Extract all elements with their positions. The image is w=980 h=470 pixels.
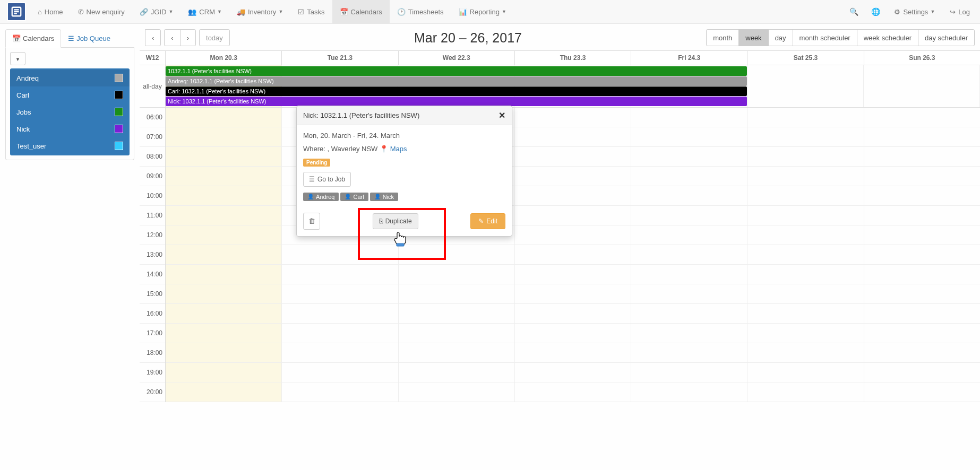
time-slot[interactable]: [631, 324, 747, 343]
time-slot[interactable]: [631, 186, 747, 206]
time-slot[interactable]: [166, 225, 281, 245]
time-slot[interactable]: [631, 245, 747, 265]
time-slot[interactable]: [399, 324, 514, 343]
time-slot[interactable]: [864, 186, 980, 206]
nav-calendars[interactable]: 📅Calendars: [332, 0, 390, 24]
time-slot[interactable]: [747, 382, 863, 402]
time-slot[interactable]: [631, 265, 747, 284]
time-slot[interactable]: [747, 225, 863, 245]
time-slot[interactable]: [747, 284, 863, 304]
time-slot[interactable]: [166, 186, 281, 206]
view-week-button[interactable]: week: [738, 29, 768, 46]
delete-button[interactable]: 🗑: [303, 213, 320, 230]
time-slot[interactable]: [166, 206, 281, 225]
time-slot[interactable]: [166, 382, 281, 402]
time-slot[interactable]: [282, 284, 398, 304]
time-slot[interactable]: [515, 186, 631, 206]
time-slot[interactable]: [747, 108, 863, 127]
time-slot[interactable]: [282, 363, 398, 382]
time-slot[interactable]: [864, 363, 980, 382]
time-slot[interactable]: [631, 147, 747, 167]
time-slot[interactable]: [747, 324, 863, 343]
app-logo[interactable]: [7, 2, 26, 21]
view-month-scheduler-button[interactable]: month scheduler: [793, 29, 857, 46]
nav-crm[interactable]: 👥CRM▼: [180, 0, 229, 24]
time-slot[interactable]: [864, 127, 980, 147]
time-slot[interactable]: [282, 343, 398, 363]
time-slot[interactable]: [631, 343, 747, 363]
duplicate-button[interactable]: ⎘Duplicate: [373, 213, 418, 229]
time-slot[interactable]: [399, 304, 514, 324]
assignee-chip[interactable]: 👤Carl: [340, 193, 368, 201]
time-slot[interactable]: [515, 108, 631, 127]
calendar-list-item[interactable]: Jobs: [10, 103, 130, 120]
time-slot[interactable]: [166, 108, 281, 127]
nav-log[interactable]: ↪Log: [942, 0, 977, 24]
nav-search[interactable]: 🔍: [843, 0, 865, 24]
view-day-scheduler-button[interactable]: day scheduler: [918, 29, 975, 46]
assignee-chip[interactable]: 👤Andreq: [303, 193, 339, 201]
time-slot[interactable]: [864, 304, 980, 324]
time-slot[interactable]: [864, 108, 980, 127]
time-slot[interactable]: [515, 304, 631, 324]
time-slot[interactable]: [747, 127, 863, 147]
time-slot[interactable]: [515, 206, 631, 225]
time-slot[interactable]: [166, 167, 281, 186]
allday-event[interactable]: 1032.1.1 (Peter's facilities NSW): [166, 66, 747, 76]
time-slot[interactable]: [515, 127, 631, 147]
time-slot[interactable]: [282, 245, 398, 265]
time-slot[interactable]: [282, 304, 398, 324]
time-slot[interactable]: [515, 343, 631, 363]
time-slot[interactable]: [166, 127, 281, 147]
time-slot[interactable]: [399, 245, 514, 265]
allday-event[interactable]: Carl: 1032.1.1 (Peter's facilities NSW): [166, 86, 747, 96]
time-column[interactable]: [747, 108, 864, 402]
assignee-chip[interactable]: 👤Nick: [370, 193, 398, 201]
time-slot[interactable]: [166, 343, 281, 363]
time-slot[interactable]: [515, 225, 631, 245]
time-slot[interactable]: [399, 363, 514, 382]
time-slot[interactable]: [166, 284, 281, 304]
time-slot[interactable]: [631, 284, 747, 304]
time-slot[interactable]: [399, 382, 514, 402]
time-slot[interactable]: [166, 304, 281, 324]
time-slot[interactable]: [166, 363, 281, 382]
tab-job-queue[interactable]: ☰Job Queue: [61, 29, 117, 48]
maps-link[interactable]: Maps: [390, 145, 407, 153]
nav-reporting[interactable]: 📊Reporting▼: [451, 0, 514, 24]
time-slot[interactable]: [631, 363, 747, 382]
collapse-button[interactable]: ‹: [145, 29, 161, 46]
prev-button[interactable]: ‹: [164, 29, 180, 46]
time-slot[interactable]: [631, 225, 747, 245]
time-slot[interactable]: [747, 167, 863, 186]
time-slot[interactable]: [747, 147, 863, 167]
nav-globe[interactable]: 🌐: [865, 0, 887, 24]
view-week-scheduler-button[interactable]: week scheduler: [857, 29, 918, 46]
time-column[interactable]: [166, 108, 282, 402]
time-slot[interactable]: [631, 127, 747, 147]
tab-calendars[interactable]: 📅Calendars: [5, 29, 61, 48]
time-slot[interactable]: [515, 147, 631, 167]
time-slot[interactable]: [399, 343, 514, 363]
time-slot[interactable]: [282, 324, 398, 343]
go-to-job-button[interactable]: ☰Go to Job: [303, 172, 351, 187]
time-slot[interactable]: [515, 324, 631, 343]
time-slot[interactable]: [515, 245, 631, 265]
time-slot[interactable]: [631, 206, 747, 225]
calendar-filter-dropdown[interactable]: ▼: [10, 52, 25, 65]
time-column[interactable]: [864, 108, 980, 402]
time-slot[interactable]: [631, 382, 747, 402]
time-slot[interactable]: [166, 147, 281, 167]
time-slot[interactable]: [515, 363, 631, 382]
nav-new-enquiry[interactable]: ✆New enquiry: [71, 0, 132, 24]
view-day-button[interactable]: day: [768, 29, 793, 46]
time-slot[interactable]: [864, 265, 980, 284]
time-slot[interactable]: [515, 265, 631, 284]
time-slot[interactable]: [864, 147, 980, 167]
time-slot[interactable]: [747, 186, 863, 206]
time-slot[interactable]: [166, 245, 281, 265]
today-button[interactable]: today: [199, 29, 230, 46]
time-slot[interactable]: [399, 284, 514, 304]
time-slot[interactable]: [747, 343, 863, 363]
time-slot[interactable]: [166, 265, 281, 284]
